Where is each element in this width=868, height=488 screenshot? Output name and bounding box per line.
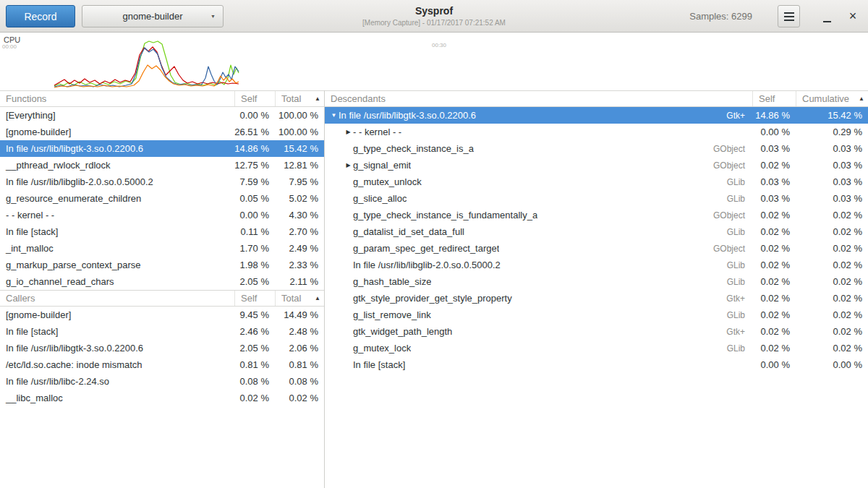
table-row[interactable]: [gnome-builder]9.45 %14.49 % — [0, 307, 324, 323]
column-header-self[interactable]: Self — [234, 91, 275, 106]
expander-icon[interactable]: ▶ — [344, 162, 353, 168]
table-row[interactable]: [gnome-builder]26.51 %100.00 % — [0, 124, 324, 140]
self-percent: 1.98 % — [234, 260, 275, 270]
library-category: GLib — [431, 310, 752, 320]
tree-row[interactable]: g_mutex_lockGLib0.02 %0.02 % — [325, 340, 868, 356]
cpu-orange-line — [54, 65, 239, 87]
tree-row[interactable]: ▼In file /usr/lib/libgtk-3.so.0.2200.6Gt… — [325, 107, 868, 124]
table-row[interactable]: __pthread_rwlock_rdlock12.75 %12.81 % — [0, 157, 324, 174]
cumulative-percent: 0.03 % — [796, 160, 868, 171]
self-percent: 0.02 % — [752, 293, 796, 304]
self-percent: 0.02 % — [234, 393, 275, 403]
table-row[interactable]: _int_malloc1.70 %2.49 % — [0, 240, 324, 257]
table-row[interactable]: In file [stack]2.46 %2.48 % — [0, 323, 324, 340]
cumulative-percent: 0.02 % — [796, 260, 868, 270]
tree-row[interactable]: g_hash_table_sizeGLib0.02 %0.02 % — [325, 273, 868, 290]
library-category: GLib — [501, 260, 752, 270]
column-header-total[interactable]: Total ▲ — [275, 291, 324, 306]
table-row[interactable]: g_resource_enumerate_children0.05 %5.02 … — [0, 190, 324, 207]
table-row[interactable]: In file [stack]0.11 %2.70 % — [0, 223, 324, 240]
table-row[interactable]: [Everything]0.00 %100.00 % — [0, 107, 324, 124]
tree-row[interactable]: gtk_style_provider_get_style_propertyGtk… — [325, 290, 868, 307]
table-row[interactable]: In file /usr/lib/libgtk-3.so.0.2200.62.0… — [0, 340, 324, 356]
self-percent: 0.08 % — [234, 376, 275, 387]
cumulative-percent: 0.02 % — [796, 343, 868, 354]
total-percent: 100.00 % — [275, 127, 324, 137]
sysprof-window: Record gnome-builder ▼ Sysprof [Memory C… — [0, 0, 868, 488]
column-header-cumulative-label: Cumulative — [802, 91, 849, 106]
tree-row[interactable]: gtk_widget_path_lengthGtk+0.02 %0.02 % — [325, 323, 868, 340]
headerbar: Record gnome-builder ▼ Sysprof [Memory C… — [0, 0, 868, 33]
function-name: /etc/ld.so.cache: inode mismatch — [0, 359, 234, 370]
library-category: GLib — [422, 177, 752, 187]
table-row[interactable]: In file /usr/lib/libgtk-3.so.0.2200.614.… — [0, 140, 324, 157]
column-header-self[interactable]: Self — [234, 291, 275, 306]
tree-row[interactable]: g_param_spec_get_redirect_targetGObject0… — [325, 240, 868, 257]
cumulative-percent: 0.02 % — [796, 210, 868, 221]
function-name: g_mutex_lock — [353, 343, 411, 354]
column-header-descendants[interactable]: Descendants — [325, 91, 752, 106]
column-header-cumulative[interactable]: Cumulative ▲ — [796, 91, 868, 106]
expander-icon[interactable]: ▶ — [344, 129, 353, 135]
table-row[interactable]: g_io_channel_read_chars2.05 %2.11 % — [0, 273, 324, 290]
total-percent: 4.30 % — [275, 210, 324, 221]
self-percent: 0.02 % — [752, 260, 796, 270]
column-header-total[interactable]: Total ▲ — [275, 91, 324, 106]
function-name: In file /usr/lib/libgtk-3.so.0.2200.6 — [0, 143, 234, 154]
column-header-functions[interactable]: Functions — [0, 91, 234, 106]
process-selector[interactable]: gnome-builder ▼ — [82, 5, 224, 27]
function-name: [gnome-builder] — [0, 309, 234, 320]
tree-row[interactable]: ▶- - kernel - -0.00 %0.29 % — [325, 124, 868, 140]
total-percent: 2.06 % — [275, 343, 324, 354]
table-row[interactable]: - - kernel - -0.00 %4.30 % — [0, 207, 324, 223]
function-name: In file /usr/lib/libgtk-3.so.0.2200.6 — [0, 343, 234, 354]
self-percent: 0.11 % — [234, 226, 275, 237]
function-name: gtk_style_provider_get_style_property — [353, 293, 512, 304]
tree-row[interactable]: g_slice_allocGLib0.03 %0.03 % — [325, 190, 868, 207]
tree-row[interactable]: g_list_remove_linkGLib0.02 %0.02 % — [325, 307, 868, 323]
table-row[interactable]: In file /usr/lib/libglib-2.0.so.0.5000.2… — [0, 174, 324, 190]
cumulative-percent: 0.03 % — [796, 176, 868, 187]
cumulative-percent: 0.29 % — [796, 127, 868, 137]
cumulative-percent: 0.00 % — [796, 359, 868, 370]
column-header-total-label: Total — [281, 291, 301, 306]
cumulative-percent: 0.02 % — [796, 326, 868, 337]
record-button[interactable]: Record — [6, 5, 75, 27]
self-percent: 14.86 % — [752, 110, 796, 121]
table-row[interactable]: In file /usr/lib/libc-2.24.so0.08 %0.08 … — [0, 373, 324, 390]
function-name: [gnome-builder] — [0, 127, 234, 137]
cumulative-percent: 0.02 % — [796, 276, 868, 287]
function-name: g_mutex_unlock — [353, 176, 422, 187]
tree-row[interactable]: g_type_check_instance_is_aGObject0.03 %0… — [325, 140, 868, 157]
self-percent: 0.03 % — [752, 143, 796, 154]
column-header-self[interactable]: Self — [752, 91, 796, 106]
tree-row[interactable]: g_datalist_id_set_data_fullGLib0.02 %0.0… — [325, 223, 868, 240]
tree-row[interactable]: ▶g_signal_emitGObject0.02 %0.03 % — [325, 157, 868, 174]
library-category: GObject — [474, 144, 752, 154]
table-row[interactable]: /etc/ld.so.cache: inode mismatch0.81 %0.… — [0, 356, 324, 373]
column-header-callers[interactable]: Callers — [0, 291, 234, 306]
minimize-button[interactable] — [817, 7, 836, 25]
expander-icon[interactable]: ▼ — [329, 112, 339, 119]
table-row[interactable]: __libc_malloc0.02 %0.02 % — [0, 390, 324, 406]
close-button[interactable]: × — [843, 7, 862, 25]
function-name: gtk_widget_path_length — [353, 326, 452, 337]
tree-row[interactable]: In file /usr/lib/libglib-2.0.so.0.5000.2… — [325, 257, 868, 273]
total-percent: 2.70 % — [275, 226, 324, 237]
total-percent: 2.11 % — [275, 276, 324, 287]
cpu-graph[interactable]: CPU 00:00 00:30 — [0, 33, 868, 90]
self-percent: 0.02 % — [752, 276, 796, 287]
tree-row[interactable]: g_type_check_instance_is_fundamentally_a… — [325, 207, 868, 223]
function-name: In file /usr/lib/libglib-2.0.so.0.5000.2 — [353, 260, 501, 270]
library-category: Gtk+ — [452, 327, 752, 337]
function-name: g_list_remove_link — [353, 309, 431, 320]
descendants-table-body: ▼In file /usr/lib/libgtk-3.so.0.2200.6Gt… — [325, 107, 868, 373]
cumulative-percent: 15.42 % — [796, 110, 868, 121]
function-name: [Everything] — [0, 110, 234, 121]
self-percent: 0.00 % — [234, 110, 275, 121]
left-pane: Functions Self Total ▲ [Everything]0.00 … — [0, 90, 325, 488]
menu-button[interactable] — [778, 5, 800, 27]
tree-row[interactable]: In file [stack]0.00 %0.00 % — [325, 356, 868, 373]
tree-row[interactable]: g_mutex_unlockGLib0.03 %0.03 % — [325, 174, 868, 190]
table-row[interactable]: g_markup_parse_context_parse1.98 %2.33 % — [0, 257, 324, 273]
